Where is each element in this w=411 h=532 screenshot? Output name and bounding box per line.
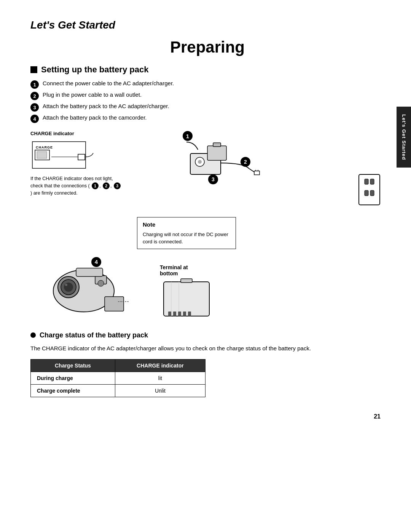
table-cell-indicator-2: Unlit [115,384,205,397]
note-box-body: Charging will not occur if the DC power … [143,231,230,246]
svg-text:2: 2 [244,159,247,165]
step-1: 1 Connect the power cable to the AC adap… [30,80,384,89]
svg-point-26 [64,283,73,292]
svg-rect-40 [188,312,191,316]
black-square-icon [30,66,37,73]
section2-heading: Charge status of the battery pack [30,331,384,339]
svg-rect-37 [173,312,176,316]
diagram-top-area: CHARGE indicator CHARGE [30,131,384,249]
charge-indicator-label: CHARGE indicator [30,131,129,136]
svg-rect-3 [37,152,47,158]
battery-pack-area: Terminal at bottom [160,253,384,320]
page-number: 21 [374,413,381,420]
terminal-label: Terminal at bottom [160,264,188,276]
svg-rect-38 [178,312,181,316]
charge-status-body: The CHARGE indicator of the AC adapter/c… [30,344,384,353]
svg-rect-21 [365,190,368,196]
table-cell-indicator-1: lit [115,372,205,384]
svg-rect-29 [76,268,103,276]
camcorder-area: 4 [42,253,148,319]
side-tab: Let's Get Started [397,107,411,168]
svg-rect-10 [213,143,221,147]
table-row: During charge lit [31,372,206,384]
page-header: Let's Get Started [30,19,384,31]
svg-rect-19 [365,179,368,184]
svg-rect-30 [105,297,124,311]
svg-rect-36 [168,312,171,316]
main-title: Preparing [30,38,384,56]
step-num-1: 1 [30,80,39,89]
table-row: Charge complete Unlit [31,384,206,397]
steps-list: 1 Connect the power cable to the AC adap… [30,80,384,123]
lower-diagram: 4 [30,253,384,320]
svg-point-31 [98,280,104,286]
table-cell-status-2: Charge complete [31,384,115,397]
diagram-left: CHARGE indicator CHARGE [30,131,129,249]
camcorder-svg [42,253,137,318]
svg-rect-9 [207,146,226,160]
svg-rect-22 [370,190,374,196]
bullet-circle-icon [30,332,36,338]
section1-heading: Setting up the battery pack [30,65,384,75]
note-below-charger: If the CHARGE indicator does not light, … [30,175,122,197]
wall-outlet-svg [357,171,382,209]
table-header-status: Charge Status [31,359,115,372]
diagram-step-1: 1 [183,131,193,141]
table-header-indicator: CHARGE indicator [115,359,205,372]
note-box: Note Charging will not occur if the DC p… [137,217,236,249]
svg-text:CHARGE: CHARGE [36,145,53,149]
step-4: 4 Attach the battery pack to the camcord… [30,114,384,123]
charge-table: Charge Status CHARGE indicator During ch… [30,359,206,397]
svg-text:3: 3 [212,176,215,182]
main-diagram-svg: 2 3 [137,134,274,214]
table-cell-status-1: During charge [31,372,115,384]
charger-svg: CHARGE [30,138,95,172]
step-3: 3 Attach the battery pack to the AC adap… [30,103,384,112]
svg-point-8 [198,160,202,164]
charge-status-section: Charge status of the battery pack The CH… [30,331,384,397]
svg-rect-18 [359,174,380,205]
svg-rect-20 [370,179,374,184]
svg-rect-15 [254,171,260,175]
svg-point-27 [65,284,67,286]
svg-rect-5 [78,154,85,160]
step-num-2: 2 [30,92,39,100]
diagram-right [354,131,384,249]
inline-circle-1: 1 [92,182,99,189]
step-num-4: 4 [30,115,39,123]
step-2: 2 Plug in the power cable to a wall outl… [30,91,384,100]
page-container: Let's Get Started Preparing Setting up t… [0,0,411,431]
svg-rect-41 [181,279,192,283]
battery-box-svg [160,278,213,320]
svg-rect-33 [164,282,209,316]
diagram-center: 1 2 3 [137,131,346,249]
svg-rect-39 [183,312,186,316]
inline-circle-3: 3 [114,182,121,189]
inline-circle-2: 2 [103,182,110,189]
note-box-title: Note [143,220,230,229]
step-num-3: 3 [30,103,39,112]
diagram-step-4: 4 [91,257,101,267]
